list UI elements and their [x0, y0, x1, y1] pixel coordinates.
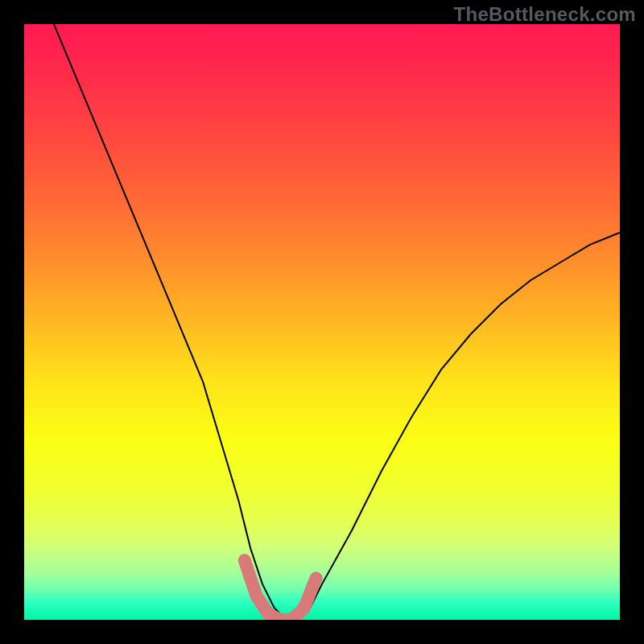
- watermark-text: TheBottleneck.com: [454, 3, 636, 26]
- chart-svg: [24, 24, 620, 620]
- optimal-band-marker-path: [245, 560, 316, 620]
- plot-area: [24, 24, 620, 620]
- chart-frame: TheBottleneck.com: [0, 0, 644, 644]
- bottleneck-curve-path: [54, 24, 620, 620]
